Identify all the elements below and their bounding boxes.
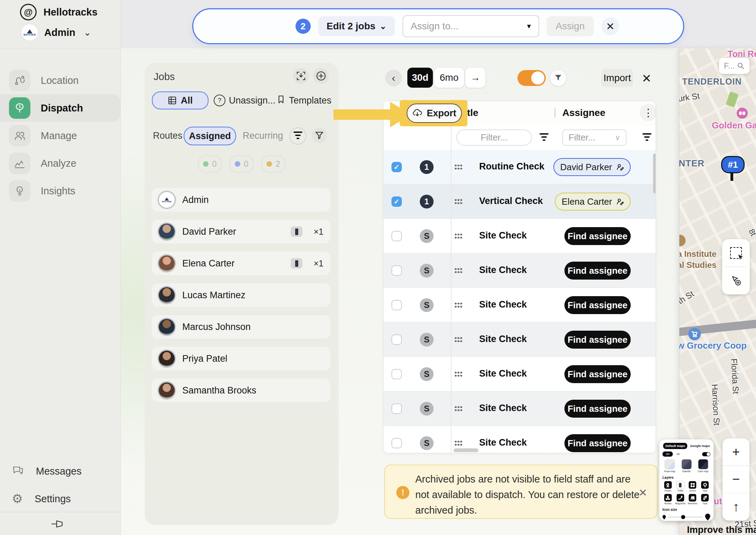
table-row[interactable]: S Site Check Find assignee bbox=[384, 322, 656, 357]
sidebar-item-manage[interactable]: Manage bbox=[0, 122, 120, 149]
vertical-scrollbar[interactable] bbox=[653, 154, 656, 193]
job-marker[interactable]: #1 bbox=[721, 156, 745, 173]
find-assignee-button[interactable]: Find assignee bbox=[564, 227, 631, 245]
banner-close-button[interactable]: ✕ bbox=[639, 487, 647, 499]
drag-handle-icon[interactable] bbox=[454, 440, 463, 446]
mode-2d-button[interactable]: 2D bbox=[662, 451, 673, 457]
range-6mo-button[interactable]: 6mo bbox=[434, 68, 464, 88]
tab-unassigned[interactable]: ? Unassign... bbox=[214, 94, 275, 107]
export-button[interactable]: Export bbox=[407, 104, 462, 123]
account-switcher[interactable]: BAYVIEW Admin ⌄ bbox=[21, 23, 91, 42]
map-search-box[interactable]: F... bbox=[719, 58, 749, 74]
row-checkbox[interactable] bbox=[391, 265, 402, 276]
table-row[interactable]: ✓ 1 Vertical Check Elena Carter bbox=[384, 184, 656, 219]
improve-map-link[interactable]: Improve this map bbox=[687, 525, 756, 535]
find-assignee-button[interactable]: Find assignee bbox=[564, 365, 631, 383]
find-assignee-button[interactable]: Find assignee bbox=[564, 434, 631, 452]
sidebar-item-insights[interactable]: Insights bbox=[0, 177, 120, 205]
table-menu-button[interactable]: ⋮ bbox=[640, 104, 656, 121]
drag-handle-icon[interactable] bbox=[454, 371, 463, 377]
assignee-pill[interactable]: David Parker bbox=[553, 158, 631, 176]
layer-trips[interactable]: Trips bbox=[699, 494, 710, 505]
count-pill-blue[interactable]: 0 bbox=[230, 155, 254, 173]
drag-handle-icon[interactable] bbox=[454, 164, 463, 170]
assign-button[interactable]: Assign bbox=[547, 16, 594, 36]
drag-handle-icon[interactable] bbox=[454, 406, 463, 411]
map-type-roadmap[interactable]: Road map bbox=[662, 459, 677, 473]
marquee-select-button[interactable] bbox=[722, 239, 750, 266]
widget-tab-default-maps[interactable]: Default maps bbox=[663, 443, 688, 449]
drag-handle-icon[interactable] bbox=[454, 268, 463, 273]
sort-button[interactable] bbox=[289, 127, 307, 145]
scan-download-button[interactable] bbox=[293, 68, 309, 84]
range-forward-button[interactable]: → bbox=[465, 68, 485, 88]
sidebar-item-messages[interactable]: Messages bbox=[0, 457, 120, 485]
widget-toggle[interactable] bbox=[702, 452, 710, 456]
sidebar-item-dispatch[interactable]: Dispatch bbox=[0, 94, 120, 122]
table-row[interactable]: S Site Check Find assignee bbox=[384, 253, 656, 288]
zoom-out-button[interactable]: − bbox=[723, 466, 749, 493]
row-checkbox[interactable]: ✓ bbox=[391, 162, 402, 172]
range-30d-button[interactable]: 30d bbox=[407, 68, 433, 88]
find-assignee-button[interactable]: Find assignee bbox=[564, 400, 631, 418]
slider-knob[interactable] bbox=[681, 515, 685, 519]
map-type-satellite[interactable]: Satellite bbox=[679, 459, 694, 473]
row-checkbox[interactable] bbox=[391, 438, 402, 448]
horizontal-scrollbar[interactable] bbox=[454, 448, 478, 452]
route-tab-recurring[interactable]: Recurring bbox=[243, 130, 283, 141]
title-filter-input[interactable]: Filter... bbox=[456, 129, 532, 146]
member-row-lucas[interactable]: Lucas Martinez bbox=[152, 283, 330, 307]
member-row-marcus[interactable]: Marcus Johnson bbox=[152, 315, 330, 339]
row-checkbox[interactable] bbox=[391, 231, 402, 241]
row-checkbox[interactable] bbox=[391, 334, 402, 345]
widget-tab-google-maps[interactable]: Google maps bbox=[690, 444, 710, 448]
layer-traffic[interactable]: Traffic bbox=[675, 481, 686, 492]
layer-zones[interactable]: Zones bbox=[687, 481, 698, 492]
layer-members[interactable]: Members bbox=[687, 494, 698, 505]
map-type-dark[interactable]: Dark map bbox=[696, 459, 710, 473]
tab-templates[interactable]: Templates bbox=[277, 94, 331, 107]
cursor-add-button[interactable] bbox=[722, 267, 750, 294]
drag-handle-icon[interactable] bbox=[454, 233, 463, 239]
add-job-button[interactable] bbox=[313, 68, 329, 84]
layer-places[interactable]: Places bbox=[662, 481, 673, 492]
filter-funnel-button[interactable] bbox=[311, 127, 327, 143]
table-row[interactable]: S Site Check Find assignee bbox=[384, 426, 656, 453]
route-tab-assigned[interactable]: Assigned bbox=[184, 127, 236, 145]
layer-waypoints[interactable]: Waypoints bbox=[675, 494, 686, 505]
assignee-sort-icon[interactable] bbox=[642, 133, 652, 142]
dispatch-toggle[interactable] bbox=[517, 70, 546, 86]
count-pill-green[interactable]: 0 bbox=[198, 155, 222, 173]
import-button[interactable]: Import bbox=[601, 69, 633, 87]
row-checkbox[interactable]: ✓ bbox=[391, 196, 402, 207]
mode-3d-button[interactable]: 3D bbox=[676, 453, 680, 456]
pin-sidebar-button[interactable] bbox=[45, 516, 72, 532]
assignee-filter-select[interactable]: Filter... ∨ bbox=[562, 129, 627, 146]
recenter-button[interactable]: ↑ bbox=[723, 493, 749, 520]
find-assignee-button[interactable]: Find assignee bbox=[564, 262, 631, 280]
member-row-admin[interactable]: BAYVIEW Admin bbox=[152, 188, 330, 212]
sidebar-item-settings[interactable]: ⚙ Settings bbox=[0, 485, 120, 513]
member-row-david[interactable]: David Parker ×1 bbox=[152, 220, 330, 243]
sidebar-item-location[interactable]: Location bbox=[0, 67, 120, 94]
row-checkbox[interactable] bbox=[391, 300, 402, 310]
sidebar-item-analyze[interactable]: Analyze bbox=[0, 149, 120, 177]
assign-to-select[interactable]: Assign to... ▾ bbox=[403, 15, 539, 37]
layer-routes[interactable]: Routes bbox=[662, 494, 673, 505]
drag-handle-icon[interactable] bbox=[454, 337, 463, 342]
drag-handle-icon[interactable] bbox=[454, 302, 463, 308]
close-bulk-bar-button[interactable]: ✕ bbox=[601, 17, 619, 35]
table-row[interactable]: S Site Check Find assignee bbox=[384, 288, 656, 322]
layer-jobs[interactable]: Jobs bbox=[699, 481, 710, 492]
zoom-in-button[interactable]: + bbox=[723, 438, 749, 465]
member-row-samantha[interactable]: Samantha Brooks bbox=[152, 379, 330, 402]
drag-handle-icon[interactable] bbox=[454, 198, 463, 204]
find-assignee-button[interactable]: Find assignee bbox=[564, 331, 631, 349]
tab-all-jobs[interactable]: All bbox=[152, 91, 209, 109]
table-row[interactable]: ✓ 1 Routine Check David Parker bbox=[384, 150, 656, 184]
member-row-elena[interactable]: Elena Carter ×1 bbox=[152, 252, 330, 275]
row-checkbox[interactable] bbox=[391, 369, 402, 379]
table-filter-button[interactable] bbox=[550, 70, 566, 86]
assignee-pill[interactable]: Elena Carter bbox=[555, 193, 631, 211]
find-assignee-button[interactable]: Find assignee bbox=[564, 296, 631, 314]
